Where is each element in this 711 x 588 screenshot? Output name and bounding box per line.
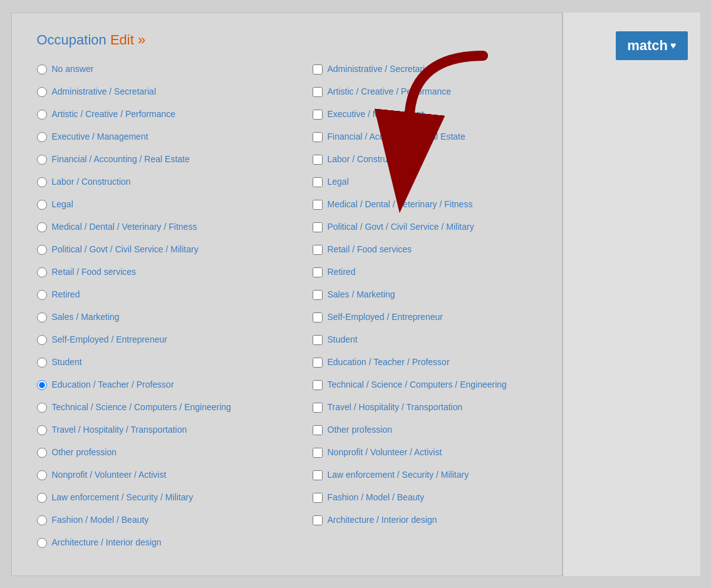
education-r-label[interactable]: Education / Teacher / Professor	[328, 356, 450, 368]
fashion-l-radio[interactable]	[37, 515, 47, 525]
labor-l-label[interactable]: Labor / Construction	[52, 176, 131, 187]
technical-r-label[interactable]: Technical / Science / Computers / Engine…	[328, 379, 507, 390]
retired-r-checkbox[interactable]	[313, 267, 323, 277]
list-item: Executive / Management	[37, 128, 313, 146]
retail-l-radio[interactable]	[37, 267, 47, 277]
exec-r-checkbox[interactable]	[313, 110, 323, 120]
retail-r-label[interactable]: Retail / Food services	[328, 244, 412, 255]
architecture-l-radio[interactable]	[37, 538, 47, 548]
education-r-checkbox[interactable]	[313, 358, 323, 368]
admin-sec-l-label[interactable]: Administrative / Secretarial	[52, 86, 157, 97]
self-r-label[interactable]: Self-Employed / Entrepreneur	[328, 311, 443, 322]
education-l-radio[interactable]	[37, 380, 47, 390]
list-item: Student	[313, 331, 543, 349]
architecture-r-checkbox[interactable]	[313, 515, 323, 525]
architecture-r-label[interactable]: Architecture / Interior design	[328, 514, 437, 525]
political-r-label[interactable]: Political / Govt / Civil Service / Milit…	[328, 221, 474, 232]
retired-l-label[interactable]: Retired	[52, 289, 80, 300]
artistic-r-label[interactable]: Artistic / Creative / Performance	[328, 86, 452, 97]
student-r-label[interactable]: Student	[328, 334, 358, 345]
travel-l-label[interactable]: Travel / Hospitality / Transportation	[52, 424, 187, 435]
travel-r-label[interactable]: Travel / Hospitality / Transportation	[328, 401, 463, 413]
sales-l-label[interactable]: Sales / Marketing	[52, 311, 120, 322]
no-answer-radio[interactable]	[37, 64, 47, 75]
title-edit[interactable]: Edit »	[110, 32, 145, 48]
sales-r-checkbox[interactable]	[313, 290, 323, 300]
list-item: Administrative / Secretarial	[313, 61, 543, 78]
admin-sec-l-radio[interactable]	[37, 87, 47, 97]
fashion-r-label[interactable]: Fashion / Model / Beauty	[328, 492, 425, 503]
medical-r-checkbox[interactable]	[313, 200, 323, 210]
legal-r-label[interactable]: Legal	[328, 176, 349, 187]
list-item: Financial / Accounting / Real Estate	[37, 151, 313, 168]
nonprofit-r-label[interactable]: Nonprofit / Volunteer / Activist	[328, 446, 442, 458]
lawenforce-r-label[interactable]: Law enforcement / Security / Military	[328, 469, 469, 480]
artistic-l-label[interactable]: Artistic / Creative / Performance	[52, 108, 176, 120]
political-r-checkbox[interactable]	[313, 222, 323, 232]
legal-l-label[interactable]: Legal	[52, 199, 73, 210]
legal-l-radio[interactable]	[37, 200, 47, 210]
student-l-label[interactable]: Student	[52, 356, 82, 368]
artistic-r-checkbox[interactable]	[313, 87, 323, 97]
financial-r-label[interactable]: Financial / Accounting / Real Estate	[328, 131, 465, 142]
list-item: Executive / Management	[313, 106, 543, 123]
exec-l-label[interactable]: Executive / Management	[52, 131, 148, 142]
financial-r-checkbox[interactable]	[313, 132, 323, 142]
list-item: No answer	[37, 61, 313, 78]
labor-l-radio[interactable]	[37, 177, 47, 187]
self-l-radio[interactable]	[37, 335, 47, 345]
exec-l-radio[interactable]	[37, 132, 47, 142]
sales-l-radio[interactable]	[37, 312, 47, 322]
nonprofit-r-checkbox[interactable]	[313, 448, 323, 458]
student-r-checkbox[interactable]	[313, 335, 323, 345]
travel-l-radio[interactable]	[37, 425, 47, 435]
fashion-l-label[interactable]: Fashion / Model / Beauty	[52, 514, 149, 525]
no-answer-label[interactable]: No answer	[52, 63, 94, 75]
admin-sec-r-checkbox[interactable]	[313, 64, 323, 75]
political-l-label[interactable]: Political / Govt / Civil Service / Milit…	[52, 244, 199, 255]
nonprofit-l-label[interactable]: Nonprofit / Volunteer / Activist	[52, 469, 167, 480]
medical-l-label[interactable]: Medical / Dental / Veterinary / Fitness	[52, 221, 197, 232]
other-r-label[interactable]: Other profession	[328, 424, 393, 435]
main-panel: Occupation Edit » No answerAdministrativ…	[11, 13, 563, 576]
self-r-checkbox[interactable]	[313, 312, 323, 322]
exec-r-label[interactable]: Executive / Management	[328, 108, 424, 120]
financial-l-label[interactable]: Financial / Accounting / Real Estate	[52, 153, 190, 165]
technical-l-radio[interactable]	[37, 403, 47, 413]
retail-l-label[interactable]: Retail / Food services	[52, 266, 137, 277]
list-item: Fashion / Model / Beauty	[37, 512, 313, 529]
technical-r-checkbox[interactable]	[313, 380, 323, 390]
lawenforce-l-radio[interactable]	[37, 493, 47, 503]
admin-sec-r-label[interactable]: Administrative / Secretarial	[328, 63, 432, 75]
lawenforce-r-checkbox[interactable]	[313, 470, 323, 480]
architecture-l-label[interactable]: Architecture / Interior design	[52, 537, 162, 548]
list-item: Education / Teacher / Professor	[313, 354, 543, 371]
other-r-checkbox[interactable]	[313, 425, 323, 435]
list-item: Administrative / Secretarial	[37, 83, 313, 101]
travel-r-checkbox[interactable]	[313, 403, 323, 413]
self-l-label[interactable]: Self-Employed / Entrepreneur	[52, 334, 167, 345]
medical-r-label[interactable]: Medical / Dental / Veterinary / Fitness	[328, 199, 473, 210]
financial-l-radio[interactable]	[37, 155, 47, 165]
lawenforce-l-label[interactable]: Law enforcement / Security / Military	[52, 492, 194, 503]
list-item: Medical / Dental / Veterinary / Fitness	[37, 219, 313, 236]
other-l-radio[interactable]	[37, 448, 47, 458]
labor-r-label[interactable]: Labor / Construction	[328, 153, 407, 165]
technical-l-label[interactable]: Technical / Science / Computers / Engine…	[52, 401, 231, 413]
list-item: Technical / Science / Computers / Engine…	[37, 399, 313, 416]
labor-r-checkbox[interactable]	[313, 155, 323, 165]
fashion-r-checkbox[interactable]	[313, 493, 323, 503]
education-l-label[interactable]: Education / Teacher / Professor	[52, 379, 174, 390]
legal-r-checkbox[interactable]	[313, 177, 323, 187]
sales-r-label[interactable]: Sales / Marketing	[328, 289, 395, 300]
retired-l-radio[interactable]	[37, 290, 47, 300]
medical-l-radio[interactable]	[37, 222, 47, 232]
artistic-l-radio[interactable]	[37, 110, 47, 120]
list-item: Self-Employed / Entrepreneur	[313, 309, 543, 326]
nonprofit-l-radio[interactable]	[37, 470, 47, 480]
retired-r-label[interactable]: Retired	[328, 266, 356, 277]
other-l-label[interactable]: Other profession	[52, 446, 117, 458]
retail-r-checkbox[interactable]	[313, 245, 323, 255]
political-l-radio[interactable]	[37, 245, 47, 255]
student-l-radio[interactable]	[37, 358, 47, 368]
